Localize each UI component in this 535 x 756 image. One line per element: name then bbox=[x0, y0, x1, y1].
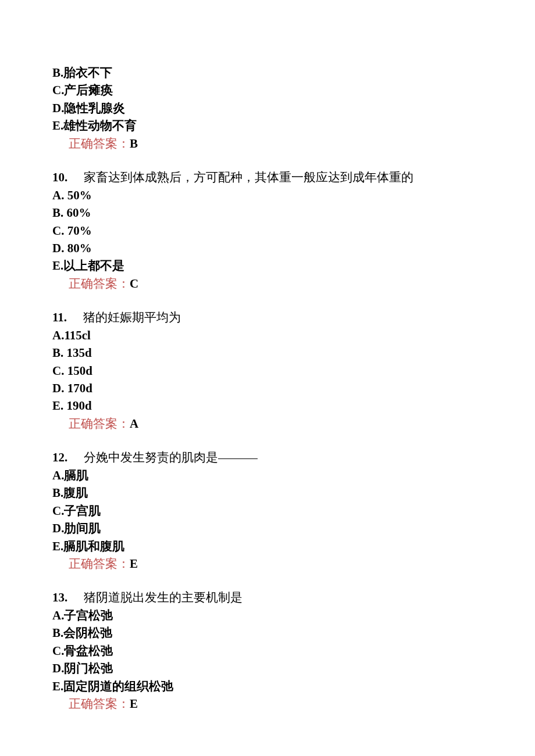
option-line: E.以上都不是 bbox=[52, 257, 483, 274]
option-line: E.固定阴道的组织松弛 bbox=[52, 678, 483, 695]
option-label: D. bbox=[52, 241, 64, 255]
option-label: B. bbox=[52, 626, 63, 640]
answer-line: 正确答案：A bbox=[52, 415, 483, 432]
option-text: 雄性动物不育 bbox=[63, 119, 137, 132]
question-number: 10. bbox=[52, 169, 67, 186]
option-text: 肋间肌 bbox=[64, 521, 101, 535]
option-line: B.腹肌 bbox=[52, 484, 483, 501]
question-text: 猪阴道脱出发生的主要机制是 bbox=[84, 590, 242, 604]
question-11: 11.猪的妊娠期平均为 A.115cl B. 135d C. 150d D. 1… bbox=[52, 309, 483, 432]
answer-value: C bbox=[130, 277, 138, 291]
answer-value: A bbox=[130, 417, 138, 431]
option-line: D.隐性乳腺炎 bbox=[52, 99, 483, 117]
option-line: C. 70% bbox=[52, 222, 483, 239]
option-label: B. bbox=[52, 206, 63, 220]
option-text: 190d bbox=[67, 399, 92, 413]
option-label: B. bbox=[52, 486, 63, 500]
answer-value: B bbox=[130, 137, 138, 151]
option-label: A. bbox=[52, 188, 64, 202]
option-line: D. 80% bbox=[52, 239, 483, 257]
option-label: E. bbox=[52, 539, 63, 553]
answer-label: 正确答案： bbox=[69, 417, 130, 431]
question-stem: 12.分娩中发生努责的肌肉是 bbox=[52, 449, 483, 466]
question-number: 11. bbox=[52, 309, 67, 326]
option-text: 会阴松弛 bbox=[63, 626, 112, 640]
answer-label: 正确答案： bbox=[69, 277, 130, 291]
question-number: 13. bbox=[52, 589, 67, 606]
option-text: 70% bbox=[67, 224, 92, 238]
question-stem: 10.家畜达到体成熟后，方可配种，其体重一般应达到成年体重的 bbox=[52, 169, 483, 186]
question-text: 猪的妊娠期平均为 bbox=[83, 310, 181, 324]
option-label: C. bbox=[52, 83, 64, 97]
option-line: A.膈肌 bbox=[52, 467, 483, 484]
option-label: D. bbox=[52, 101, 64, 115]
option-label: C. bbox=[52, 504, 64, 518]
option-label: C. bbox=[52, 224, 64, 238]
option-label: C. bbox=[52, 364, 64, 378]
question-text: 家畜达到体成熟后，方可配种，其体重一般应达到成年体重的 bbox=[84, 170, 413, 184]
option-text: 80% bbox=[67, 241, 92, 255]
option-text: 产后瘫痪 bbox=[64, 83, 113, 97]
option-text: 胎衣不下 bbox=[63, 66, 112, 80]
option-text: 子宫肌 bbox=[64, 504, 101, 518]
option-line: E.膈肌和腹肌 bbox=[52, 538, 483, 555]
option-line: B. 60% bbox=[52, 204, 483, 221]
option-text: 150d bbox=[67, 364, 92, 378]
question-10: 10.家畜达到体成熟后，方可配种，其体重一般应达到成年体重的 A. 50% B.… bbox=[52, 169, 483, 292]
option-text: 阴门松弛 bbox=[64, 661, 113, 675]
option-line: A.115cl bbox=[52, 327, 483, 344]
option-line: B.会阴松弛 bbox=[52, 624, 483, 642]
question-9-partial: B.胎衣不下 C.产后瘫痪 D.隐性乳腺炎 E.雄性动物不育 正确答案：B bbox=[52, 64, 483, 152]
option-label: E. bbox=[52, 119, 63, 132]
answer-value: E bbox=[130, 557, 138, 571]
question-13: 13.猪阴道脱出发生的主要机制是 A.子宫松弛 B.会阴松弛 C.骨盆松弛 D.… bbox=[52, 589, 483, 712]
option-line: D.肋间肌 bbox=[52, 519, 483, 537]
answer-line: 正确答案：E bbox=[52, 695, 483, 712]
answer-value: E bbox=[130, 697, 138, 711]
option-text: 115cl bbox=[64, 328, 91, 342]
option-text: 170d bbox=[67, 381, 92, 395]
option-text: 135d bbox=[67, 346, 92, 360]
blank-underline bbox=[218, 458, 258, 459]
option-text: 子宫松弛 bbox=[64, 608, 113, 622]
option-label: D. bbox=[52, 381, 64, 395]
option-label: E. bbox=[52, 399, 63, 413]
option-label: B. bbox=[52, 66, 63, 80]
option-text: 60% bbox=[67, 206, 91, 220]
option-label: A. bbox=[52, 608, 64, 622]
option-line: D.阴门松弛 bbox=[52, 660, 483, 677]
option-text: 骨盆松弛 bbox=[64, 644, 113, 658]
option-label: E. bbox=[52, 259, 63, 273]
option-line: C.产后瘫痪 bbox=[52, 81, 483, 99]
option-line: A.子宫松弛 bbox=[52, 607, 483, 624]
answer-label: 正确答案： bbox=[69, 557, 130, 571]
option-line: E. 190d bbox=[52, 397, 483, 414]
option-line: B.胎衣不下 bbox=[52, 64, 483, 81]
option-label: D. bbox=[52, 661, 64, 675]
option-label: C. bbox=[52, 644, 64, 658]
option-text: 腹肌 bbox=[63, 486, 88, 500]
question-12: 12.分娩中发生努责的肌肉是 A.膈肌 B.腹肌 C.子宫肌 D.肋间肌 E.膈… bbox=[52, 449, 483, 572]
option-label: A. bbox=[52, 468, 64, 482]
option-line: E.雄性动物不育 bbox=[52, 117, 483, 134]
page-content: B.胎衣不下 C.产后瘫痪 D.隐性乳腺炎 E.雄性动物不育 正确答案：B 10… bbox=[0, 0, 535, 756]
question-text: 分娩中发生努责的肌肉是 bbox=[84, 450, 218, 464]
option-line: A. 50% bbox=[52, 187, 483, 204]
answer-line: 正确答案：E bbox=[52, 555, 483, 572]
question-stem: 13.猪阴道脱出发生的主要机制是 bbox=[52, 589, 483, 606]
option-text: 隐性乳腺炎 bbox=[64, 101, 125, 115]
option-line: D. 170d bbox=[52, 379, 483, 397]
option-line: C.子宫肌 bbox=[52, 502, 483, 519]
option-text: 50% bbox=[67, 188, 92, 202]
question-number: 12. bbox=[52, 449, 67, 466]
option-label: B. bbox=[52, 346, 63, 360]
option-line: C.骨盆松弛 bbox=[52, 642, 483, 660]
option-label: D. bbox=[52, 521, 64, 535]
option-text: 膈肌 bbox=[64, 468, 88, 482]
option-line: C. 150d bbox=[52, 362, 483, 379]
option-text: 以上都不是 bbox=[63, 259, 124, 273]
question-stem: 11.猪的妊娠期平均为 bbox=[52, 309, 483, 326]
option-label: A. bbox=[52, 328, 64, 342]
option-text: 固定阴道的组织松弛 bbox=[63, 679, 173, 693]
option-text: 膈肌和腹肌 bbox=[63, 539, 124, 553]
